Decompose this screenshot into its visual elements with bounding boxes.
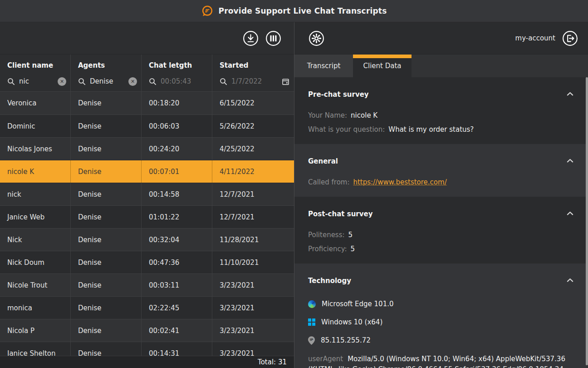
cell-length: 00:02:41 — [142, 319, 212, 342]
cell-started: 5/26/2022 — [212, 115, 294, 137]
collapse-section-button[interactable] — [566, 276, 574, 285]
table-row[interactable]: Nick DoumDenise00:47:3611/10/2021 — [0, 251, 294, 274]
table-row[interactable]: monicaDenise02:22:453/23/2021 — [0, 296, 294, 319]
table-row[interactable]: nicole KDenise00:07:014/11/2022 — [0, 160, 294, 183]
cell-started: 6/15/2022 — [212, 92, 294, 114]
table-row[interactable]: NickDenise00:32:0411/28/2021 — [0, 228, 294, 251]
client-data-sections: Pre-chat surveyYour Name:nicole KWhat is… — [294, 77, 588, 368]
calendar-button[interactable] — [281, 77, 290, 86]
cell-agent: Denise — [71, 251, 142, 274]
field-label: Politeness: — [308, 231, 345, 239]
table-row[interactable]: Nicolas JonesDenise00:24:204/25/2022 — [0, 137, 294, 160]
cell-started: 3/23/2021 — [212, 297, 294, 319]
tab-bar: TranscriptClient Data — [294, 55, 588, 77]
settings-button[interactable] — [308, 30, 324, 46]
column-header-client-name[interactable]: Client name — [7, 61, 70, 70]
chevron-up-icon — [567, 91, 573, 98]
field-label: What is your question: — [308, 125, 385, 134]
total-count: Total: 31 — [258, 358, 287, 366]
called-from-link[interactable]: https://www.beststore.com/ — [353, 178, 446, 186]
column-client-name: Client name × — [0, 55, 71, 91]
cell-length: 00:03:11 — [142, 274, 212, 296]
cell-length: 00:47:36 — [142, 251, 212, 274]
section-technology: TechnologyMicrosoft Edge 101.0Windows 10… — [294, 264, 588, 368]
tech-item: Windows 10 (x64) — [308, 313, 574, 331]
field-row: Proficiency:5 — [308, 242, 574, 256]
cell-agent: Denise — [71, 92, 142, 114]
cell-client: nicole K — [0, 160, 71, 183]
column-header-agents[interactable]: Agents — [78, 61, 141, 70]
cell-length: 00:18:20 — [142, 92, 212, 114]
cell-agent: Denise — [71, 206, 142, 228]
cell-agent: Denise — [71, 319, 142, 342]
user-agent-row: userAgentMozilla/5.0 (Windows NT 10.0; W… — [308, 354, 574, 368]
section-title: Post-chat survey — [308, 210, 372, 218]
table-footer: Total: 31 — [0, 356, 294, 368]
tech-item-text: Windows 10 (x64) — [321, 318, 382, 326]
filter-agents: × — [78, 76, 141, 86]
cell-started: 12/7/2021 — [212, 206, 294, 228]
table-row[interactable]: Nicola PDenise00:02:413/23/2021 — [0, 319, 294, 342]
client-name-filter-input[interactable] — [19, 77, 54, 85]
section-title: Pre-chat survey — [308, 90, 369, 99]
tech-item: IP85.115.255.72 — [308, 331, 574, 349]
close-icon: × — [131, 77, 134, 86]
cell-length: 00:32:04 — [142, 229, 212, 251]
table-row[interactable]: VeronicaDenise00:18:206/15/2022 — [0, 92, 294, 114]
cell-length: 00:07:01 — [142, 160, 212, 183]
close-icon: × — [60, 77, 64, 86]
chat-length-filter-input[interactable] — [161, 77, 208, 85]
clear-client-name-filter-button[interactable]: × — [58, 77, 66, 86]
section-general: GeneralCalled from:https://www.beststore… — [294, 144, 588, 197]
columns-button[interactable] — [265, 30, 281, 46]
field-row: Called from:https://www.beststore.com/ — [308, 175, 574, 189]
tab-client-data[interactable]: Client Data — [353, 55, 412, 77]
cell-started: 12/7/2021 — [212, 183, 294, 205]
tab-transcript[interactable]: Transcript — [294, 55, 353, 77]
field-row: What is your question:What is my order s… — [308, 123, 574, 137]
started-filter-input[interactable] — [231, 77, 277, 85]
app-title: Provide Support Live Chat Transcripts — [218, 6, 387, 15]
table-row[interactable]: Nicole TroutDenise00:03:113/23/2021 — [0, 274, 294, 296]
cell-client: Dominic — [0, 115, 71, 137]
detail-toolbar: my-account — [294, 22, 588, 55]
cell-client: monica — [0, 297, 71, 319]
tech-item: Microsoft Edge 101.0 — [308, 295, 574, 313]
chevron-up-icon — [567, 277, 573, 284]
app-window: Provide Support Live Chat Transcripts — [0, 0, 588, 368]
cell-client: nick — [0, 183, 71, 205]
collapse-section-button[interactable] — [566, 157, 574, 165]
collapse-section-button[interactable] — [566, 209, 574, 218]
cell-length: 00:24:20 — [142, 138, 212, 160]
clear-agents-filter-button[interactable]: × — [128, 77, 137, 86]
section-title: General — [308, 157, 338, 165]
column-header-started[interactable]: Started — [220, 61, 294, 70]
logout-button[interactable] — [562, 30, 578, 46]
section-post-chat-survey: Post-chat surveyPoliteness:5Proficiency:… — [294, 197, 588, 264]
agents-filter-input[interactable] — [90, 77, 124, 85]
filter-chat-length — [149, 76, 212, 86]
gear-icon — [309, 30, 324, 46]
search-icon — [7, 78, 15, 85]
field-value: nicole K — [351, 111, 377, 119]
cell-agent: Denise — [71, 297, 142, 319]
column-started: Started — [212, 55, 294, 91]
table-row[interactable]: DominicDenise00:06:035/26/2022 — [0, 114, 294, 137]
cell-client: Nicolas Jones — [0, 138, 71, 160]
section-header: Pre-chat survey — [308, 90, 574, 99]
field-row: Your Name:nicole K — [308, 109, 574, 123]
cell-started: 3/23/2021 — [212, 342, 294, 356]
column-header-chat-length[interactable]: Chat letgth — [149, 61, 212, 70]
cell-client: Nick — [0, 229, 71, 251]
cell-client: Veronica — [0, 92, 71, 114]
search-icon — [149, 78, 157, 85]
cell-started: 4/25/2022 — [212, 138, 294, 160]
table-row[interactable]: nickDenise00:14:5812/7/2021 — [0, 183, 294, 205]
collapse-section-button[interactable] — [566, 90, 574, 99]
scrollbar[interactable] — [586, 77, 588, 365]
provide-support-logo-icon — [201, 5, 213, 17]
download-button[interactable] — [242, 30, 259, 46]
account-name[interactable]: my-account — [515, 34, 555, 42]
table-row[interactable]: Janice WebDenise01:01:2212/7/2021 — [0, 205, 294, 228]
table-row[interactable]: Janice SheltonDenise00:14:313/23/2021 — [0, 342, 294, 356]
